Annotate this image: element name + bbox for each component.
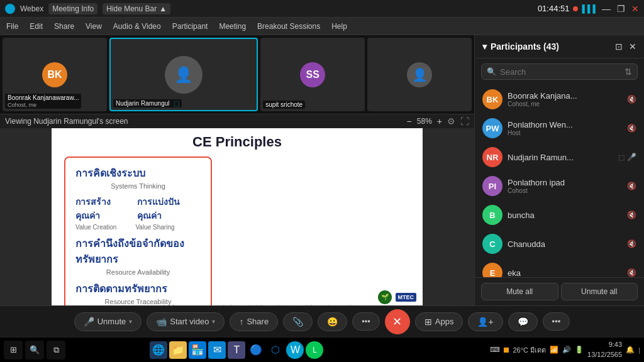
menu-edit[interactable]: Edit bbox=[30, 22, 43, 31]
close-button[interactable]: ✕ bbox=[631, 4, 639, 14]
avatar-nudjarin-p: NR bbox=[482, 147, 502, 167]
notification-icon[interactable]: 🔔 bbox=[626, 346, 635, 354]
p-name-eka: eka bbox=[508, 268, 622, 278]
participant-item-boonrak[interactable]: BK Boonrak Kanjana... Cohost, me 🔇 bbox=[475, 85, 644, 114]
slide-frame: CE Principles การคิดเชิงระบบ Systems Thi… bbox=[52, 128, 423, 305]
p-info-ponlathorn-wen: Ponlathorn Wen... Host bbox=[508, 120, 622, 136]
battery-icon: 🔋 bbox=[575, 346, 584, 354]
participant-item-ponlathorn-wen[interactable]: PW Ponlathorn Wen... Host 🔇 bbox=[475, 114, 644, 143]
thumbnail-boonrak[interactable]: BK Boonrak Kanjanawaraw... Cohost, me bbox=[3, 38, 107, 111]
slide-title: CE Principles bbox=[64, 134, 410, 150]
title-bar: Webex Meeting Info Hide Menu Bar ▲ 01:44… bbox=[0, 0, 644, 18]
taskbar-line-icon[interactable]: L bbox=[306, 341, 323, 359]
maximize-button[interactable]: ❐ bbox=[617, 4, 625, 14]
show-desktop-icon[interactable]: | bbox=[638, 346, 640, 354]
content-view: CE Principles การคิดเชิงระบบ Systems Thi… bbox=[0, 128, 474, 305]
weather-display: 26°C มีเดต bbox=[513, 344, 546, 356]
menu-share[interactable]: Share bbox=[54, 22, 74, 31]
reactions-button[interactable]: 😀 bbox=[318, 312, 347, 331]
share-button[interactable]: ↑ Share bbox=[230, 312, 278, 331]
settings-icon[interactable]: ⚙ bbox=[447, 116, 455, 126]
p-info-buncha: buncha bbox=[508, 211, 622, 220]
add-participant-button[interactable]: 👤+ bbox=[468, 312, 502, 331]
menu-file[interactable]: File bbox=[6, 22, 18, 31]
mic-icon: 🎤 bbox=[84, 317, 94, 327]
fullscreen-icon[interactable]: ⛶ bbox=[460, 116, 469, 126]
chat-button[interactable]: 💬 bbox=[508, 312, 538, 331]
participants-label: Participants (43) bbox=[491, 41, 559, 52]
menu-breakout[interactable]: Breakout Sessions bbox=[257, 22, 320, 31]
menu-participant[interactable]: Participant bbox=[172, 22, 208, 31]
close-panel-icon[interactable]: ✕ bbox=[629, 41, 636, 52]
search-icon: 🔍 bbox=[487, 67, 496, 76]
mute-all-button[interactable]: Mute all bbox=[481, 283, 558, 300]
taskbar-vscode-icon[interactable]: ⬡ bbox=[267, 341, 284, 359]
end-call-button[interactable]: ✕ bbox=[385, 309, 410, 334]
thumbnail-supit[interactable]: SS supit srichote bbox=[260, 38, 365, 111]
annotation-button[interactable]: 📎 bbox=[283, 312, 313, 331]
sort-icon[interactable]: ⇅ bbox=[625, 67, 632, 77]
more-options-button[interactable]: ••• bbox=[543, 312, 570, 331]
unmute-button[interactable]: 🎤 Unmute ▾ bbox=[74, 312, 142, 331]
taskbar-teams-icon[interactable]: T bbox=[228, 341, 245, 359]
p-name-buncha: buncha bbox=[508, 211, 622, 220]
participant-item-chanudda[interactable]: C Chanudda 🔇 bbox=[475, 229, 644, 258]
participant-item-eka[interactable]: E eka 🔇 bbox=[475, 258, 644, 277]
taskbar-explorer-icon[interactable]: 📁 bbox=[169, 341, 187, 359]
p-role-boonrak: Cohost, me bbox=[508, 101, 622, 107]
minimize-button[interactable]: — bbox=[602, 4, 611, 14]
signal-icon: ▌▌▌ bbox=[582, 4, 598, 13]
hide-menu-label: Hide Menu Bar bbox=[106, 4, 157, 13]
p-name-boonrak: Boonrak Kanjana... bbox=[508, 91, 622, 101]
taskbar-chrome-icon[interactable]: 🔵 bbox=[247, 341, 265, 359]
screen-share-label: Viewing Nudjarin Ramungul's screen bbox=[5, 117, 128, 126]
zoom-out-button[interactable]: − bbox=[407, 116, 412, 126]
share-icon: ↑ bbox=[239, 317, 243, 327]
menu-help[interactable]: Help bbox=[331, 22, 347, 31]
start-button[interactable]: ⊞ bbox=[4, 341, 23, 359]
popout-icon[interactable]: ⊡ bbox=[615, 41, 623, 52]
avatar-ponlathorn-wen: PW bbox=[482, 118, 502, 138]
search-input[interactable] bbox=[500, 67, 621, 77]
chevron-down-icon[interactable]: ▾ bbox=[482, 41, 487, 52]
avatar-supit: SS bbox=[300, 62, 325, 87]
slide-logos: 🌱 MTEC bbox=[378, 290, 417, 304]
taskbar-webex-icon[interactable]: W bbox=[286, 341, 304, 359]
end-icon: ✕ bbox=[392, 315, 402, 329]
participant-item-buncha[interactable]: B buncha 🔇 bbox=[475, 200, 644, 229]
avatar-ponlathorn-ipad: PI bbox=[482, 176, 502, 196]
more-button[interactable]: ••• bbox=[352, 312, 380, 331]
volume-icon: 🔊 bbox=[562, 346, 571, 354]
menu-view[interactable]: View bbox=[86, 22, 102, 31]
start-video-button[interactable]: 📹 Start video ▾ bbox=[147, 312, 225, 331]
apps-button[interactable]: ⊞ Apps bbox=[415, 312, 464, 331]
avatar-buncha: B bbox=[482, 205, 502, 225]
unmute-arrow[interactable]: ▾ bbox=[129, 318, 132, 325]
slide-item-1-en: Systems Thinking bbox=[75, 182, 201, 190]
unmute-all-button[interactable]: Unmute all bbox=[561, 283, 638, 300]
taskbar-edge-icon[interactable]: 🌐 bbox=[150, 341, 167, 359]
keyboard-icon: ⌨ bbox=[490, 346, 500, 354]
menu-audio-video[interactable]: Audio & Video bbox=[113, 22, 161, 31]
hide-menu-button[interactable]: Hide Menu Bar ▲ bbox=[103, 3, 170, 14]
mic-muted-icon-pw: 🔇 bbox=[627, 124, 636, 133]
search-button[interactable]: 🔍 bbox=[25, 341, 44, 359]
slide-item-3-en: Resource Availability bbox=[75, 268, 201, 276]
p-name-nudjarin: Nudjarin Ramun... bbox=[508, 153, 613, 162]
video-arrow[interactable]: ▾ bbox=[212, 318, 215, 325]
taskbar-mail-icon[interactable]: ✉ bbox=[208, 341, 226, 359]
menu-meeting[interactable]: Meeting bbox=[219, 22, 246, 31]
mic-muted-icon: 🔇 bbox=[627, 95, 636, 104]
thumbnail-nudjarin[interactable]: 👤 Nudjarin Ramungul ⬚ bbox=[109, 38, 258, 111]
taskbar-store-icon[interactable]: 🏪 bbox=[189, 341, 206, 359]
participant-item-nudjarin[interactable]: NR Nudjarin Ramun... ⬚ 🎤 bbox=[475, 143, 644, 172]
p-role-ponlathorn-wen: Host bbox=[508, 129, 622, 136]
avatar-nudjarin-photo: 👤 bbox=[165, 56, 203, 94]
zoom-in-button[interactable]: + bbox=[437, 116, 442, 126]
meeting-info-button[interactable]: Meeting Info bbox=[48, 3, 97, 14]
system-time: 9:43 bbox=[587, 340, 622, 349]
thumbnail-unknown[interactable]: 👤 bbox=[367, 38, 472, 111]
participant-item-ponlathorn-ipad[interactable]: PI Ponlathorn ipad Cohost 🔇 bbox=[475, 172, 644, 200]
task-view-button[interactable]: ⧉ bbox=[47, 341, 65, 359]
p-name-ponlathorn-ipad: Ponlathorn ipad bbox=[508, 178, 622, 187]
